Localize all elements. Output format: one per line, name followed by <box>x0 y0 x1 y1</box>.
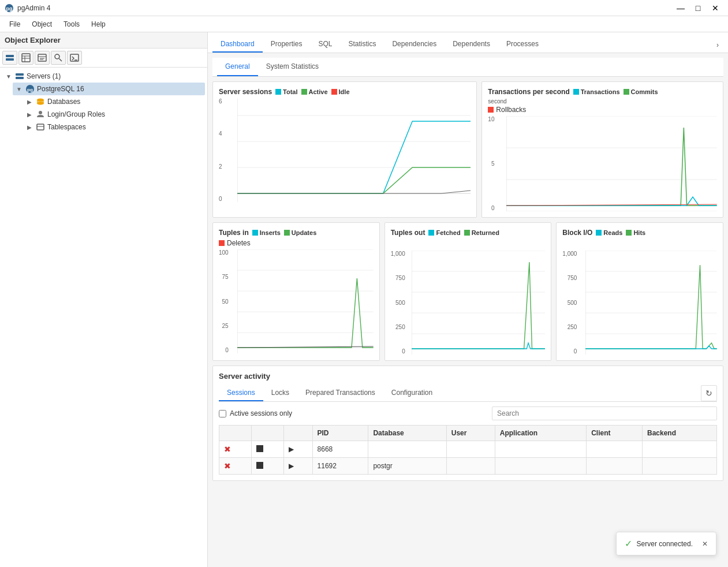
view-toolbar-button[interactable] <box>35 51 50 65</box>
server-toolbar-button[interactable] <box>2 51 17 65</box>
tuples-in-card: Tuples in Inserts Updates Deletes <box>212 222 380 361</box>
row1-stop[interactable] <box>251 441 283 458</box>
row2-pid: 11692 <box>312 458 368 475</box>
legend-hits: Hits <box>626 229 645 236</box>
main-layout: Object Explorer ▼ <box>0 32 728 567</box>
subtab-general[interactable]: General <box>217 58 258 76</box>
tablespaces-label: Tablespaces <box>47 123 86 131</box>
subtab-system-statistics[interactable]: System Statistics <box>258 58 327 76</box>
postgres-label: PostgreSQL 16 <box>37 85 84 93</box>
servers-label: Servers (1) <box>27 72 61 80</box>
activity-tab-sessions[interactable]: Sessions <box>219 385 263 401</box>
legend-idle-dot <box>331 89 337 95</box>
tab-dependencies[interactable]: Dependencies <box>384 36 445 53</box>
tab-dependents[interactable]: Dependents <box>445 36 498 53</box>
sessions-table-wrap: PID Database User Application Client Bac… <box>219 425 717 475</box>
server-sessions-title: Server sessions Total Active Idle <box>219 88 471 96</box>
col-user: User <box>446 426 495 441</box>
svg-rect-3 <box>6 58 14 61</box>
row2-stop[interactable] <box>251 458 283 475</box>
col-status <box>219 426 252 441</box>
toast-close-button[interactable]: ✕ <box>702 540 708 548</box>
activity-tab-prepared-transactions[interactable]: Prepared Transactions <box>297 385 383 401</box>
row2-client <box>587 458 643 475</box>
databases-arrow: ▶ <box>25 99 33 105</box>
legend-inserts-dot <box>252 230 258 236</box>
svg-point-22 <box>37 102 44 105</box>
tab-processes[interactable]: Processes <box>498 36 547 53</box>
login-roles-arrow: ▶ <box>25 111 33 118</box>
legend-reads: Reads <box>596 229 622 236</box>
window-controls: — □ ✕ <box>673 2 723 14</box>
toast-notification: ✓ Server connected. ✕ <box>616 532 716 555</box>
row1-backend <box>643 441 717 458</box>
close-button[interactable]: ✕ <box>707 2 723 14</box>
legend-hits-dot <box>626 230 632 236</box>
minimize-button[interactable]: — <box>673 2 689 14</box>
legend-fetched-dot <box>428 230 434 236</box>
tab-sql[interactable]: SQL <box>310 36 340 53</box>
maximize-button[interactable]: □ <box>690 2 706 14</box>
sidebar-title: Object Explorer <box>5 36 61 44</box>
svg-point-23 <box>39 111 42 114</box>
activity-tab-locks[interactable]: Locks <box>263 385 297 401</box>
tps-title: Transactions per second Transactions Com… <box>488 88 717 96</box>
svg-rect-24 <box>37 124 44 130</box>
sidebar-tree: ▼ Servers (1) ▼ pg PostgreSQL 16 <box>0 68 207 567</box>
servers-arrow: ▼ <box>5 73 13 80</box>
menu-tools[interactable]: Tools <box>59 19 84 29</box>
row1-application <box>495 441 586 458</box>
search-toolbar-button[interactable] <box>51 51 66 65</box>
terminal-toolbar-button[interactable] <box>67 51 82 65</box>
search-input[interactable] <box>492 406 717 420</box>
app-icon: pg <box>5 3 14 13</box>
legend-deletes-dot <box>219 240 225 246</box>
menu-help[interactable]: Help <box>87 19 110 29</box>
tuples-in-deletes-legend: Deletes <box>219 239 374 247</box>
row1-status: ✖ <box>219 441 252 458</box>
legend-updates: Updates <box>284 229 316 236</box>
login-roles-icon <box>36 110 45 119</box>
col-stop <box>251 426 283 441</box>
active-sessions-checkbox[interactable] <box>219 410 226 417</box>
tree-item-servers[interactable]: ▼ Servers (1) <box>2 70 205 83</box>
tuples-out-chart: 1,000 750 500 250 0 <box>412 251 546 355</box>
tree-item-tablespaces[interactable]: ▶ Tablespaces <box>23 121 205 133</box>
tab-properties[interactable]: Properties <box>263 36 311 53</box>
titlebar: pg pgAdmin 4 — □ ✕ <box>0 0 728 16</box>
legend-active-dot <box>301 89 307 95</box>
svg-rect-17 <box>16 77 24 79</box>
table-header-row: PID Database User Application Client Bac… <box>219 426 717 441</box>
row2-user <box>446 458 495 475</box>
col-expand <box>283 426 312 441</box>
legend-idle: Idle <box>331 88 350 95</box>
legend-fetched: Fetched <box>428 229 460 236</box>
refresh-button[interactable]: ↻ <box>701 385 717 401</box>
tree-item-postgres[interactable]: ▼ pg PostgreSQL 16 <box>13 83 205 95</box>
menubar: File Object Tools Help <box>0 16 728 32</box>
menu-object[interactable]: Object <box>27 19 57 29</box>
svg-rect-8 <box>38 54 46 61</box>
tree-item-databases[interactable]: ▶ Databases <box>23 95 205 108</box>
postgres-icon: pg <box>25 84 35 94</box>
row2-expand[interactable]: ▶ <box>283 458 312 475</box>
tablespaces-arrow: ▶ <box>25 124 33 130</box>
server-sessions-chart: 6 4 2 0 <box>237 98 471 202</box>
tab-statistics[interactable]: Statistics <box>340 36 384 53</box>
legend-inserts: Inserts <box>252 229 281 236</box>
row1-user <box>446 441 495 458</box>
menu-file[interactable]: File <box>5 19 25 29</box>
legend-tx-dot <box>573 89 579 95</box>
servers-children: ▼ pg PostgreSQL 16 ▶ Databases <box>2 83 205 133</box>
table-toolbar-button[interactable] <box>18 51 33 65</box>
row1-expand[interactable]: ▶ <box>283 441 312 458</box>
tab-more-button[interactable]: › <box>712 38 723 53</box>
tree-item-login-roles[interactable]: ▶ Login/Group Roles <box>23 108 205 121</box>
activity-tab-configuration[interactable]: Configuration <box>383 385 440 401</box>
tab-dashboard[interactable]: Dashboard <box>212 36 263 53</box>
legend-returned-dot <box>464 230 470 236</box>
active-sessions-checkbox-label[interactable]: Active sessions only <box>219 409 292 417</box>
legend-active: Active <box>301 88 328 95</box>
table-row: ✖ ▶ 11692 postgr <box>219 458 717 475</box>
activity-controls: Active sessions only <box>219 406 717 420</box>
